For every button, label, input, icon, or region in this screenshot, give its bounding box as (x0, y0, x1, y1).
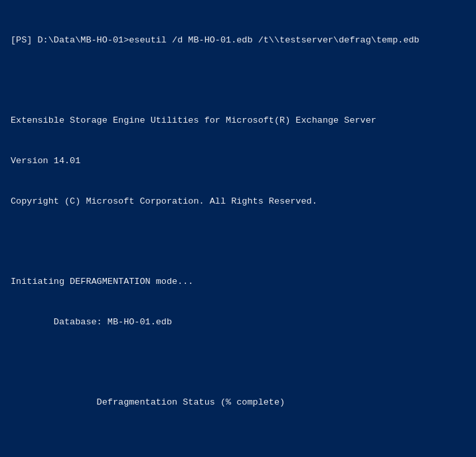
line-4: Initiating DEFRAGMENTATION mode... (11, 275, 465, 289)
blank-line-4 (11, 436, 465, 450)
terminal-window: [PS] D:\Data\MB-HO-01>eseutil /d MB-HO-0… (11, 7, 465, 457)
line-2: Version 14.01 (11, 155, 465, 168)
blank-line-3 (11, 356, 465, 369)
blank-line-1 (11, 74, 465, 87)
blank-line-2 (11, 235, 465, 248)
line-5: Database: MB-HO-01.edb (11, 316, 465, 329)
defrag-status-header: Defragmentation Status (% complete) (11, 396, 465, 409)
line-1: Extensible Storage Engine Utilities for … (11, 114, 465, 127)
line-3: Copyright (C) Microsoft Corporation. All… (11, 195, 465, 208)
prompt-line: [PS] D:\Data\MB-HO-01>eseutil /d MB-HO-0… (11, 34, 465, 47)
